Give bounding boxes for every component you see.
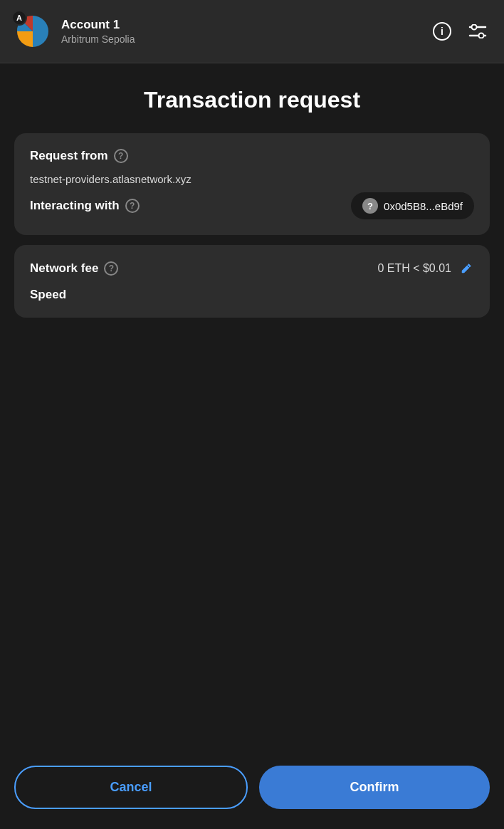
header: A Account 1 Arbitrum Sepolia i (0, 0, 504, 63)
interacting-with-label-group: Interacting with ? (30, 199, 140, 213)
network-fee-label-group: Network fee ? (30, 261, 118, 276)
avatar-wrapper: A (14, 13, 51, 50)
bottom-bar: Cancel Confirm (0, 751, 504, 829)
account-network: Arbitrum Sepolia (61, 33, 430, 45)
network-fee-label: Network fee (30, 261, 98, 276)
pencil-icon (460, 262, 473, 275)
interacting-with-row: Interacting with ? ? 0x0d5B8...eBd9f (30, 192, 474, 219)
interacting-with-help-icon[interactable]: ? (125, 199, 140, 213)
request-from-card: Request from ? testnet-providers.atlasne… (14, 133, 490, 235)
network-fee-help-icon[interactable]: ? (104, 261, 118, 276)
edit-fee-button[interactable] (458, 261, 474, 276)
fee-amount: 0 ETH < $0.01 (377, 262, 451, 275)
interacting-with-label: Interacting with (30, 199, 120, 213)
network-fee-card: Network fee ? 0 ETH < $0.01 Speed (14, 245, 490, 318)
info-icon: i (433, 22, 451, 41)
svg-text:i: i (441, 26, 443, 37)
svg-point-3 (472, 25, 477, 30)
request-from-label: Request from (30, 149, 108, 163)
avatar-letter-badge: A (11, 10, 27, 26)
fee-row: Network fee ? 0 ETH < $0.01 (30, 261, 474, 276)
cancel-button[interactable]: Cancel (14, 766, 248, 809)
contract-badge[interactable]: ? 0x0d5B8...eBd9f (351, 192, 474, 219)
svg-point-5 (479, 33, 484, 38)
page-title: Transaction request (14, 63, 490, 133)
speed-label: Speed (30, 288, 66, 302)
main-content: Transaction request Request from ? testn… (0, 63, 504, 318)
contract-address: 0x0d5B8...eBd9f (384, 200, 463, 212)
confirm-button[interactable]: Confirm (259, 766, 490, 809)
fee-value-group: 0 ETH < $0.01 (377, 261, 474, 276)
request-from-label-group: Request from ? (30, 149, 128, 163)
request-from-url: testnet-providers.atlasnetwork.xyz (30, 173, 474, 185)
header-actions: i (430, 19, 490, 43)
sliders-icon (468, 24, 487, 38)
account-name: Account 1 (61, 18, 430, 32)
request-from-help-icon[interactable]: ? (114, 149, 128, 163)
speed-row: Speed (30, 288, 474, 302)
settings-button[interactable] (466, 21, 490, 41)
account-info: Account 1 Arbitrum Sepolia (61, 18, 430, 45)
request-from-row: Request from ? (30, 149, 474, 163)
info-button[interactable]: i (430, 19, 454, 43)
contract-unknown-icon: ? (362, 198, 378, 214)
